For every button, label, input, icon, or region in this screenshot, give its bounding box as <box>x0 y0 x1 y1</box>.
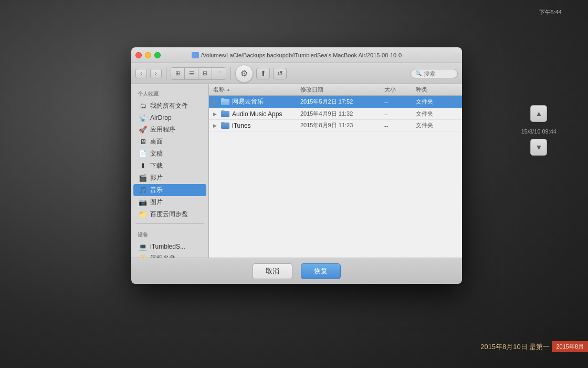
music-icon: 🎵 <box>139 186 147 195</box>
file-name: Audio Music Apps <box>232 110 282 118</box>
bottom-calendar-thumb: 2015年8月 <box>552 341 588 352</box>
table-row[interactable]: ▶ 网易云音乐 2015年5月2日 17:52 -- 文件夹 <box>209 96 462 108</box>
movies-icon: 🎬 <box>139 174 147 182</box>
expand-arrow-icon: ▶ <box>213 111 218 117</box>
all-files-label: 我的所有文件 <box>150 101 188 110</box>
search-icon: 🔍 <box>415 70 422 76</box>
sidebar-item-downloads[interactable]: ⬇ 下载 <box>133 160 206 172</box>
sidebar-item-remote[interactable]: 📀 远程光盘 <box>133 252 206 258</box>
view-list-button[interactable]: ☰ <box>185 68 198 79</box>
cancel-button[interactable]: 取消 <box>253 263 292 279</box>
view-column-button[interactable]: ⊟ <box>198 68 212 79</box>
sidebar-item-photos[interactable]: 📷 图片 <box>133 196 206 208</box>
movies-label: 影片 <box>150 173 163 182</box>
itumbled-label: iTumbledS... <box>150 243 185 250</box>
sidebar-item-itumbled[interactable]: 💻 iTumbledS... <box>133 241 206 252</box>
apps-icon: 🚀 <box>139 126 147 134</box>
folder-icon <box>221 98 229 105</box>
toolbar-separator-1 <box>166 67 166 80</box>
col-header-date[interactable]: 修改日期 <box>300 86 384 94</box>
file-size: -- <box>384 111 416 117</box>
baidu-icon: 📁 <box>139 210 147 219</box>
personal-section-label: 个人收藏 <box>131 86 208 100</box>
file-list-header: 名称 ▲ 修改日期 大小 种类 <box>209 84 462 96</box>
scroll-up-button[interactable]: ▲ <box>530 105 547 122</box>
col-header-size[interactable]: 大小 <box>384 86 416 94</box>
right-panel: ▲ 15/8/10 09:44 ▼ <box>521 105 556 156</box>
table-row[interactable]: ▶ iTunes 2015年8月9日 11:23 -- 文件夹 <box>209 120 462 131</box>
sidebar-item-music[interactable]: 🎵 音乐 <box>133 184 206 196</box>
file-date: 2015年5月2日 17:52 <box>300 98 384 106</box>
view-coverflow-button[interactable]: ⋮ <box>212 68 226 79</box>
desktop-label: 桌面 <box>150 137 163 146</box>
file-type: 文件夹 <box>416 110 458 118</box>
action-button[interactable]: ↺ <box>273 68 287 79</box>
expand-arrow-icon: ▶ <box>213 123 218 128</box>
file-size: -- <box>384 99 416 105</box>
folder-icon <box>221 122 229 129</box>
file-name: 网易云音乐 <box>232 97 264 106</box>
sidebar-item-apps[interactable]: 🚀 应用程序 <box>133 124 206 136</box>
col-header-name[interactable]: 名称 ▲ <box>213 86 300 94</box>
bottom-right-area: 2015年8月10日 是第一 2015年8月 <box>480 341 588 352</box>
sidebar-item-docs[interactable]: 📄 文稿 <box>133 148 206 160</box>
devices-section-label: 设备 <box>131 227 208 241</box>
file-name-cell: ▶ Audio Music Apps <box>213 110 300 118</box>
photos-icon: 📷 <box>139 198 147 207</box>
close-button[interactable] <box>135 52 142 58</box>
restore-button[interactable]: 恢复 <box>301 263 341 279</box>
sidebar-divider-1 <box>135 223 204 224</box>
file-type: 文件夹 <box>416 121 458 129</box>
back-button[interactable]: ‹ <box>135 69 147 78</box>
downloads-icon: ⬇ <box>139 162 147 170</box>
table-row[interactable]: ▶ Audio Music Apps 2015年4月9日 11:32 -- 文件… <box>209 108 462 120</box>
sidebar-item-all-files[interactable]: 🗂 我的所有文件 <box>133 100 206 112</box>
all-files-icon: 🗂 <box>139 102 147 110</box>
baidu-label: 百度云同步盘 <box>150 210 188 219</box>
path-text: /Volumes/LaCie/Backups.backupdb/iTumbled… <box>201 52 402 58</box>
forward-button[interactable]: › <box>150 69 162 78</box>
titlebar: /Volumes/LaCie/Backups.backupdb/iTumbled… <box>131 47 462 63</box>
airdrop-icon: 📡 <box>139 114 147 122</box>
file-date: 2015年4月9日 11:32 <box>300 110 384 118</box>
maximize-button[interactable] <box>154 52 161 58</box>
view-icon-button[interactable]: ⊞ <box>171 68 185 79</box>
view-buttons: ⊞ ☰ ⊟ ⋮ <box>171 67 226 80</box>
sidebar-item-airdrop[interactable]: 📡 AirDrop <box>133 112 206 124</box>
music-label: 音乐 <box>150 186 163 195</box>
docs-icon: 📄 <box>139 150 147 158</box>
folder-icon <box>221 110 229 117</box>
toolbar-separator-2 <box>230 67 231 80</box>
scroll-down-button[interactable]: ▼ <box>530 139 547 156</box>
itumbled-icon: 💻 <box>139 242 147 251</box>
titlebar-path: /Volumes/LaCie/Backups.backupdb/iTumbled… <box>192 52 402 58</box>
toolbar: ‹ › ⊞ ☰ ⊟ ⋮ ⚙ ⬆ ↺ 🔍 <box>131 63 462 84</box>
content-area: 个人收藏 🗂 我的所有文件 📡 AirDrop 🚀 应用程序 🖥 桌面 📄 文稿 <box>131 84 462 258</box>
file-date: 2015年8月9日 11:23 <box>300 121 384 129</box>
top-right-time: 下午5:44 <box>539 8 562 16</box>
downloads-label: 下载 <box>150 161 163 170</box>
expand-arrow-icon: ▶ <box>213 99 218 105</box>
sidebar: 个人收藏 🗂 我的所有文件 📡 AirDrop 🚀 应用程序 🖥 桌面 📄 文稿 <box>131 84 209 258</box>
airdrop-label: AirDrop <box>150 114 172 121</box>
col-header-type[interactable]: 种类 <box>416 86 458 94</box>
file-list: 名称 ▲ 修改日期 大小 种类 ▶ <box>209 84 462 258</box>
sidebar-item-baidu[interactable]: 📁 百度云同步盘 <box>133 208 206 220</box>
path-folder-icon <box>192 52 199 58</box>
right-time-label: 15/8/10 09:44 <box>521 128 556 135</box>
finder-window: /Volumes/LaCie/Backups.backupdb/iTumbled… <box>131 47 462 284</box>
apps-label: 应用程序 <box>150 125 175 134</box>
file-size: -- <box>384 122 416 129</box>
remote-label: 远程光盘 <box>150 254 175 258</box>
sidebar-item-desktop[interactable]: 🖥 桌面 <box>133 136 206 148</box>
file-type: 文件夹 <box>416 98 458 106</box>
gear-button[interactable]: ⚙ <box>235 65 253 83</box>
photos-label: 图片 <box>150 198 163 207</box>
search-input[interactable] <box>424 70 455 77</box>
desktop-icon: 🖥 <box>139 138 147 146</box>
share-button[interactable]: ⬆ <box>256 68 270 79</box>
sort-arrow-icon: ▲ <box>226 87 230 92</box>
minimize-button[interactable] <box>145 52 151 58</box>
search-box[interactable]: 🔍 <box>411 69 458 78</box>
sidebar-item-movies[interactable]: 🎬 影片 <box>133 172 206 184</box>
